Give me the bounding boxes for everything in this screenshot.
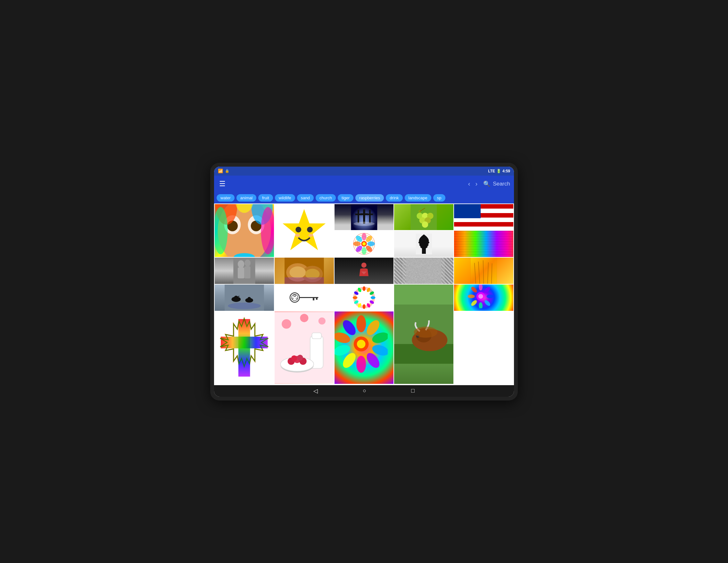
svg-rect-22 [369, 210, 371, 223]
image-grid [214, 203, 514, 385]
forward-arrow[interactable]: › [473, 179, 479, 188]
image-golden-wheat[interactable] [454, 258, 513, 284]
image-key[interactable] [275, 285, 334, 311]
image-sculpture[interactable] [215, 258, 274, 284]
sim-icon: 📶 [218, 169, 223, 173]
svg-point-130 [297, 355, 303, 360]
battery-icon: 🔋 [496, 169, 501, 173]
svg-rect-19 [360, 213, 368, 215]
tag-wildlife[interactable]: wildlife [275, 194, 295, 202]
svg-point-50 [244, 260, 251, 267]
back-arrow[interactable]: ‹ [466, 179, 472, 188]
tag-sand[interactable]: sand [297, 194, 314, 202]
image-wreath[interactable] [335, 285, 394, 311]
tablet-frame: 📶 🔒 LTE 🔋 4:59 ☰ ‹ › 🔍 Search wa [210, 163, 518, 401]
image-geese[interactable] [215, 285, 274, 311]
svg-point-91 [363, 304, 366, 309]
svg-point-77 [292, 294, 298, 301]
svg-point-104 [479, 285, 483, 290]
image-flag[interactable] [454, 204, 513, 230]
image-pixel-pattern[interactable] [454, 231, 513, 257]
menu-icon[interactable]: ☰ [218, 178, 227, 189]
image-bread[interactable] [275, 258, 334, 284]
svg-point-110 [468, 294, 475, 298]
image-cross-color[interactable] [215, 311, 274, 385]
notification-icon: 🔒 [225, 169, 229, 173]
tag-tiger[interactable]: tiger [338, 194, 353, 202]
image-flower-mandala[interactable] [335, 231, 394, 257]
svg-point-111 [470, 286, 478, 294]
svg-point-131 [356, 315, 366, 332]
svg-rect-52 [244, 266, 250, 278]
svg-point-41 [362, 247, 367, 255]
nav-bar: ◁ ○ □ [214, 385, 514, 397]
image-grapes[interactable] [394, 204, 453, 230]
svg-point-43 [353, 242, 361, 246]
svg-rect-51 [238, 268, 244, 278]
clock: 4:59 [502, 169, 510, 173]
home-nav-button[interactable]: ○ [363, 387, 366, 394]
tag-landscape[interactable]: landscape [405, 194, 431, 202]
svg-rect-58 [285, 277, 324, 284]
tablet-screen: 📶 🔒 LTE 🔋 4:59 ☰ ‹ › 🔍 Search wa [214, 167, 514, 397]
tag-church[interactable]: church [316, 194, 336, 202]
svg-point-56 [289, 267, 306, 278]
tag-sp[interactable]: sp [433, 194, 445, 202]
svg-point-14 [307, 227, 313, 232]
svg-point-46 [362, 242, 366, 245]
svg-rect-123 [312, 333, 321, 338]
tag-drink[interactable]: drink [386, 194, 402, 202]
image-star[interactable] [275, 204, 334, 257]
svg-point-85 [363, 286, 366, 291]
svg-marker-12 [283, 209, 326, 250]
toolbar: ☰ ‹ › 🔍 Search [214, 176, 514, 192]
svg-rect-79 [313, 298, 314, 301]
image-static[interactable] [394, 258, 453, 284]
image-crosses[interactable] [335, 204, 394, 230]
svg-point-119 [282, 319, 291, 329]
image-milk-raspberries[interactable] [275, 311, 334, 384]
svg-rect-23 [367, 213, 373, 215]
image-mandala-r[interactable] [454, 285, 513, 311]
svg-point-107 [484, 299, 491, 307]
svg-point-84 [355, 288, 374, 307]
svg-rect-61 [406, 258, 441, 284]
lte-indicator: LTE [488, 169, 495, 173]
recents-nav-button[interactable]: □ [411, 387, 415, 394]
svg-point-39 [367, 242, 375, 246]
svg-point-13 [295, 227, 301, 232]
tag-fruit[interactable]: fruit [258, 194, 273, 202]
svg-rect-20 [358, 210, 359, 223]
svg-point-82 [292, 298, 294, 299]
svg-rect-18 [363, 209, 365, 224]
image-colorface[interactable] [215, 204, 274, 257]
svg-point-83 [296, 298, 297, 299]
search-placeholder[interactable]: Search [493, 181, 510, 187]
tags-row: water animal fruit wildlife sand church … [214, 192, 514, 203]
svg-point-37 [362, 233, 367, 241]
svg-point-88 [371, 296, 376, 299]
svg-point-121 [300, 314, 308, 322]
svg-point-129 [291, 355, 297, 361]
svg-point-113 [478, 294, 483, 299]
image-tree[interactable] [394, 231, 453, 257]
image-praying[interactable] [335, 258, 394, 284]
image-colorful-mandala2[interactable] [335, 311, 394, 384]
svg-point-120 [319, 317, 326, 324]
tag-raspberries[interactable]: raspberries [355, 194, 384, 202]
svg-point-105 [484, 286, 491, 294]
svg-point-31 [422, 221, 428, 228]
image-highland-cow[interactable] [394, 285, 453, 384]
svg-point-70 [228, 302, 261, 309]
svg-point-142 [357, 340, 365, 348]
tag-water[interactable]: water [217, 194, 235, 202]
svg-point-108 [479, 302, 483, 308]
svg-point-59 [361, 263, 367, 268]
svg-point-136 [356, 356, 366, 373]
back-nav-button[interactable]: ◁ [313, 387, 318, 394]
svg-point-102 [414, 327, 438, 337]
svg-point-24 [353, 221, 374, 226]
tag-animal[interactable]: animal [236, 194, 256, 202]
svg-point-16 [309, 234, 313, 237]
search-bar[interactable]: 🔍 Search [483, 180, 510, 187]
